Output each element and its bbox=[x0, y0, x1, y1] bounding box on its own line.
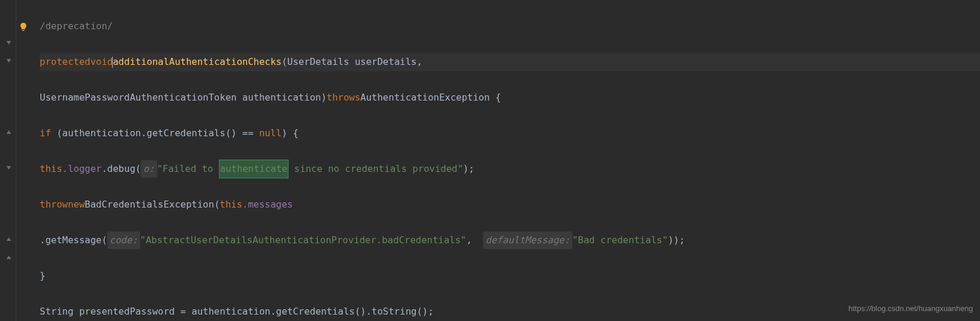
watermark: https://blog.csdn.net/huangxuanheng bbox=[849, 302, 973, 316]
keyword: this bbox=[220, 196, 242, 213]
code-line: UsernamePasswordAuthenticationToken auth… bbox=[40, 89, 980, 107]
search-highlight: authenticate bbox=[219, 160, 289, 178]
keyword: new bbox=[68, 196, 85, 213]
param-hint: code: bbox=[107, 232, 140, 249]
string: "Failed to bbox=[157, 160, 219, 178]
keyword: void bbox=[91, 53, 113, 71]
keyword: throw bbox=[40, 196, 68, 213]
field: .messages bbox=[242, 196, 293, 213]
keyword: if bbox=[40, 125, 51, 142]
string: "Bad credentials" bbox=[572, 232, 668, 249]
keyword: protected bbox=[40, 53, 91, 71]
text: .getMessage( bbox=[40, 232, 107, 249]
code-line: /deprecation/ bbox=[40, 18, 980, 36]
type: AuthenticationException { bbox=[360, 89, 501, 106]
code-line: .getMessage( code: "AbstractUserDetailsA… bbox=[40, 232, 980, 250]
text: )); bbox=[668, 232, 685, 249]
text: , bbox=[466, 232, 483, 249]
fold-icon[interactable] bbox=[6, 58, 13, 65]
comment: /deprecation/ bbox=[40, 18, 113, 35]
params: (UserDetails userDetails, bbox=[282, 53, 422, 71]
brace: } bbox=[40, 267, 46, 285]
field: .logger bbox=[62, 160, 102, 178]
text: (authentication.getCredentials() == bbox=[51, 125, 259, 142]
keyword: this bbox=[40, 160, 62, 178]
keyword: null bbox=[259, 125, 282, 142]
code-editor[interactable]: /deprecation/ protected void additionalA… bbox=[0, 0, 980, 321]
text: ); bbox=[463, 160, 474, 178]
code-line: } bbox=[40, 267, 980, 285]
code-line: if (authentication.getCredentials() == n… bbox=[40, 125, 980, 143]
keyword: throws bbox=[326, 89, 360, 106]
code-line: this.logger.debug( o: "Failed to authent… bbox=[40, 160, 980, 178]
fold-icon[interactable] bbox=[6, 40, 13, 47]
param-hint: o: bbox=[141, 160, 157, 178]
code-line: String presentedPassword = authenticatio… bbox=[40, 303, 980, 321]
param-hint: defaultMessage: bbox=[483, 232, 572, 249]
fold-icon[interactable] bbox=[6, 165, 13, 172]
code-line: protected void additionalAuthenticationC… bbox=[40, 53, 980, 71]
type: BadCredentialsException( bbox=[85, 196, 220, 213]
params: UsernamePasswordAuthenticationToken auth… bbox=[40, 89, 326, 106]
string: "AbstractUserDetailsAuthenticationProvid… bbox=[140, 232, 467, 249]
text: .debug( bbox=[102, 160, 141, 178]
code-line: throw new BadCredentialsException(this.m… bbox=[40, 196, 980, 214]
method-name: additionalAuthenticationChecks bbox=[113, 53, 282, 71]
fold-icon[interactable] bbox=[6, 129, 13, 136]
code-content[interactable]: /deprecation/ protected void additionalA… bbox=[16, 0, 980, 321]
fold-icon[interactable] bbox=[6, 254, 13, 261]
fold-icon[interactable] bbox=[6, 236, 13, 243]
gutter bbox=[0, 0, 16, 321]
text: String presentedPassword = authenticatio… bbox=[40, 303, 433, 320]
text: ) { bbox=[282, 125, 298, 142]
string: since no credentials provided" bbox=[289, 160, 463, 178]
